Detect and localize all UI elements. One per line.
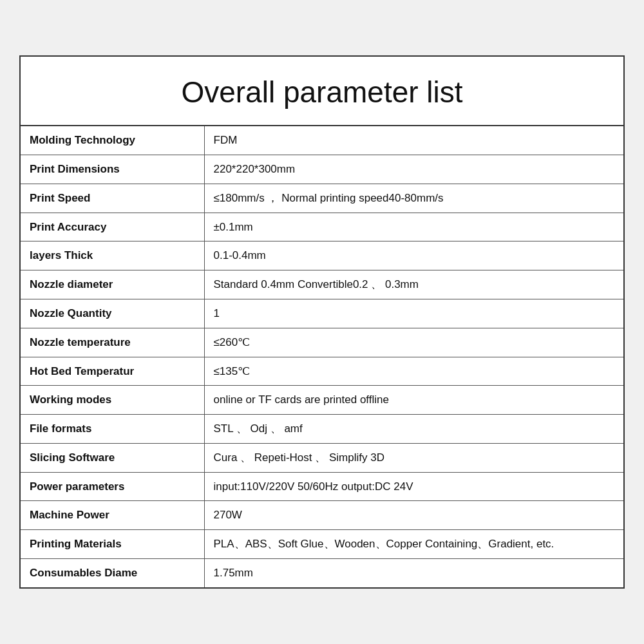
table-row: Nozzle diameterStandard 0.4mm Convertibl… bbox=[21, 270, 623, 299]
param-label: Hot Bed Temperatur bbox=[21, 357, 204, 386]
param-value: 1 bbox=[204, 299, 623, 328]
param-label: Molding Technology bbox=[21, 126, 204, 155]
param-label: Printing Materials bbox=[21, 530, 204, 559]
param-label: Machine Power bbox=[21, 501, 204, 530]
param-label: layers Thick bbox=[21, 242, 204, 270]
table-row: Print Dimensions220*220*300mm bbox=[21, 155, 623, 184]
param-value: Standard 0.4mm Convertible0.2 、 0.3mm bbox=[204, 270, 623, 299]
table-row: Molding TechnologyFDM bbox=[21, 126, 623, 155]
title-section: Overall parameter list bbox=[21, 57, 623, 126]
param-label: Slicing Software bbox=[21, 443, 204, 472]
param-value: 0.1-0.4mm bbox=[204, 242, 623, 270]
param-value: ≤180mm/s ， Normal printing speed40-80mm/… bbox=[204, 184, 623, 213]
param-value: FDM bbox=[204, 126, 623, 155]
table-row: Slicing SoftwareCura 、 Repeti-Host 、 Sim… bbox=[21, 443, 623, 472]
table-row: Print Accuracy±0.1mm bbox=[21, 213, 623, 242]
table-row: Nozzle temperature≤260℃ bbox=[21, 328, 623, 357]
param-label: Power parameters bbox=[21, 472, 204, 501]
table-row: Hot Bed Temperatur≤135℃ bbox=[21, 357, 623, 386]
param-label: Print Accuracy bbox=[21, 213, 204, 242]
param-label: Print Dimensions bbox=[21, 155, 204, 184]
param-value: ≤135℃ bbox=[204, 357, 623, 386]
param-value: PLA、ABS、Soft Glue、Wooden、Copper Containi… bbox=[204, 530, 623, 559]
table-row: Machine Power270W bbox=[21, 501, 623, 530]
param-value: 1.75mm bbox=[204, 559, 623, 587]
param-label: Nozzle Quantity bbox=[21, 299, 204, 328]
parameter-table: Molding TechnologyFDMPrint Dimensions220… bbox=[21, 126, 623, 587]
param-label: Print Speed bbox=[21, 184, 204, 213]
table-row: File formatsSTL 、 Odj 、 amf bbox=[21, 415, 623, 444]
param-label: Nozzle diameter bbox=[21, 270, 204, 299]
param-label: Consumables Diame bbox=[21, 559, 204, 587]
param-value: Cura 、 Repeti-Host 、 Simplify 3D bbox=[204, 443, 623, 472]
param-label: Working modes bbox=[21, 386, 204, 415]
param-value: 270W bbox=[204, 501, 623, 530]
table-row: Power parameters input:110V/220V 50/60Hz… bbox=[21, 472, 623, 501]
table-row: Working modesonline or TF cards are prin… bbox=[21, 386, 623, 415]
param-label: Nozzle temperature bbox=[21, 328, 204, 357]
table-row: Print Speed≤180mm/s ， Normal printing sp… bbox=[21, 184, 623, 213]
table-row: layers Thick0.1-0.4mm bbox=[21, 242, 623, 270]
table-row: Consumables Diame1.75mm bbox=[21, 559, 623, 587]
param-value: ≤260℃ bbox=[204, 328, 623, 357]
param-value: online or TF cards are printed offline bbox=[204, 386, 623, 415]
page-title: Overall parameter list bbox=[27, 75, 617, 109]
param-value: ±0.1mm bbox=[204, 213, 623, 242]
table-row: Nozzle Quantity1 bbox=[21, 299, 623, 328]
table-row: Printing MaterialsPLA、ABS、Soft Glue、Wood… bbox=[21, 530, 623, 559]
parameter-list-container: Overall parameter list Molding Technolog… bbox=[19, 55, 625, 589]
param-value: 220*220*300mm bbox=[204, 155, 623, 184]
param-value: STL 、 Odj 、 amf bbox=[204, 415, 623, 444]
param-value: input:110V/220V 50/60Hz output:DC 24V bbox=[204, 472, 623, 501]
param-label: File formats bbox=[21, 415, 204, 444]
